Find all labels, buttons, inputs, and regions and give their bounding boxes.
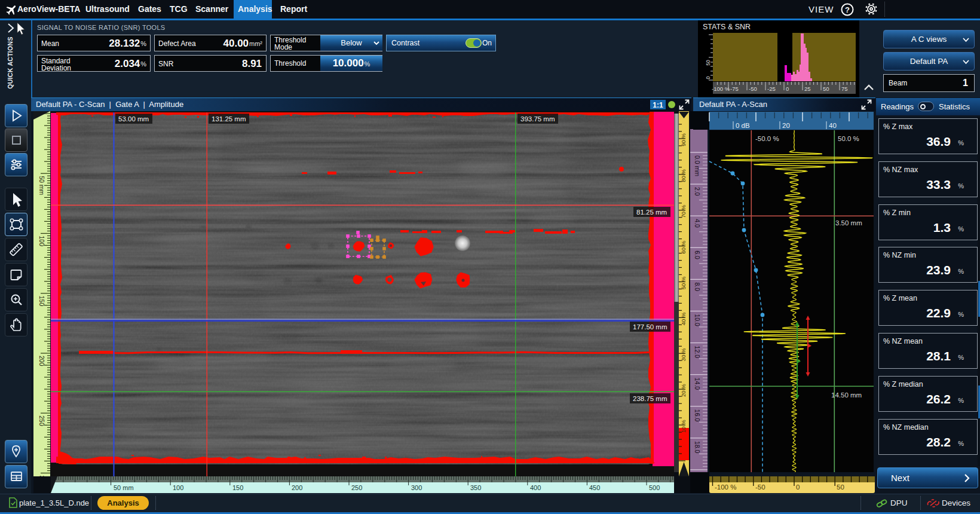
svg-text:300: 300 — [411, 484, 422, 491]
svg-text:18.0: 18.0 — [694, 441, 701, 454]
svg-text:100: 100 — [38, 236, 45, 247]
svg-text:10 %: 10 % — [680, 420, 687, 433]
svg-text:20 %: 20 % — [680, 384, 687, 397]
svg-text:400: 400 — [530, 484, 541, 491]
svg-text:60 %: 60 % — [680, 240, 687, 253]
svg-text:177.50 mm: 177.50 mm — [633, 323, 667, 331]
svg-text:100: 100 — [173, 484, 183, 491]
svg-text:40: 40 — [829, 122, 837, 129]
svg-text:14.50 mm: 14.50 mm — [831, 391, 862, 399]
svg-text:50 mm: 50 mm — [38, 176, 45, 195]
svg-text:-50.0 %: -50.0 % — [755, 135, 779, 142]
svg-text:-25: -25 — [767, 85, 776, 92]
svg-text:50 mm: 50 mm — [114, 484, 134, 491]
svg-text:0.0 mm: 0.0 mm — [694, 155, 701, 176]
svg-text:14.0: 14.0 — [694, 378, 701, 390]
svg-text:2.0: 2.0 — [694, 187, 701, 196]
svg-text:250: 250 — [38, 415, 45, 426]
svg-text:238.75 mm: 238.75 mm — [633, 395, 667, 402]
svg-text:20: 20 — [782, 122, 790, 129]
svg-text:-50: -50 — [755, 484, 765, 491]
svg-text:Default PA - C-Scan | Gate A: Default PA - C-Scan | Gate A | Amplitude — [36, 100, 183, 109]
svg-text:50: 50 — [837, 484, 844, 491]
svg-text:0: 0 — [705, 76, 711, 79]
svg-text:350: 350 — [470, 484, 481, 491]
svg-text:50.0 %: 50.0 % — [838, 135, 859, 142]
svg-text:-75: -75 — [730, 85, 739, 92]
svg-text:4.0: 4.0 — [694, 219, 701, 228]
svg-text:50 %: 50 % — [680, 276, 687, 289]
svg-text:393.75 mm: 393.75 mm — [520, 115, 555, 123]
svg-text:12.0: 12.0 — [694, 346, 701, 359]
svg-text:-100 %: -100 % — [712, 85, 730, 92]
svg-text:-100 %: -100 % — [715, 484, 736, 491]
svg-text:-50: -50 — [749, 85, 757, 92]
svg-text:200: 200 — [292, 484, 302, 491]
svg-text:0: 0 — [796, 484, 800, 491]
svg-text:6.0: 6.0 — [694, 250, 701, 259]
svg-text:40 %: 40 % — [680, 312, 687, 325]
svg-text:150: 150 — [232, 484, 243, 491]
svg-text:250: 250 — [351, 484, 362, 491]
svg-text:200: 200 — [38, 356, 45, 366]
svg-text:70 %: 70 % — [680, 204, 687, 218]
svg-text:90 %: 90 % — [680, 133, 687, 146]
svg-text:131.25 mm: 131.25 mm — [212, 115, 246, 123]
svg-text:450: 450 — [589, 484, 600, 491]
svg-text:80 %: 80 % — [680, 169, 687, 182]
svg-text:81.25 mm: 81.25 mm — [636, 209, 667, 216]
svg-text:8.0: 8.0 — [694, 282, 701, 291]
svg-text:?: ? — [845, 5, 850, 14]
svg-text:25: 25 — [804, 85, 811, 92]
svg-text:150: 150 — [38, 296, 45, 307]
svg-text:50: 50 — [705, 60, 711, 66]
svg-text:0 dB: 0 dB — [736, 122, 750, 129]
svg-text:0: 0 — [786, 85, 789, 92]
svg-text:1:1: 1:1 — [653, 101, 663, 109]
svg-text:50: 50 — [823, 85, 829, 92]
svg-text:3.50 mm: 3.50 mm — [835, 219, 862, 227]
svg-text:10.0: 10.0 — [694, 314, 701, 327]
svg-text:53.00 mm: 53.00 mm — [118, 115, 149, 123]
svg-text:500: 500 — [649, 484, 660, 491]
svg-text:16.0: 16.0 — [694, 409, 701, 422]
svg-text:Default PA - A-Scan: Default PA - A-Scan — [699, 100, 767, 109]
svg-text:75: 75 — [841, 85, 848, 92]
svg-text:30 %: 30 % — [680, 348, 687, 361]
